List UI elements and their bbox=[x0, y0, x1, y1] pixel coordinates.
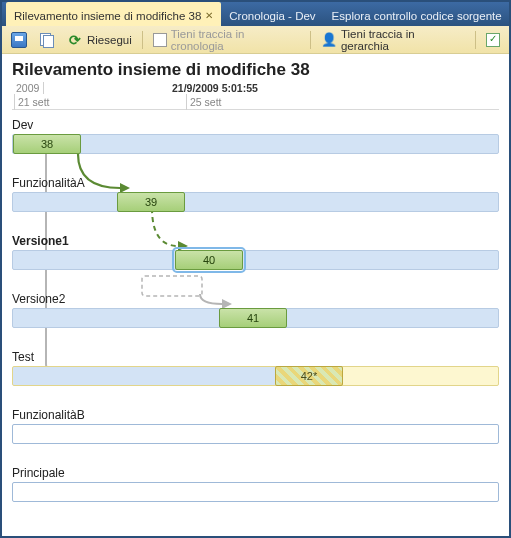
track-timeline-button: Tieni traccia in cronologia bbox=[148, 26, 305, 54]
branch-label: FunzionalitàB bbox=[12, 408, 499, 424]
timeline-tick: 21 sett bbox=[18, 96, 50, 108]
changeset-box[interactable]: 40 bbox=[175, 250, 243, 270]
timeline-datetime: 21/9/2009 5:01:55 bbox=[172, 82, 258, 94]
save-icon bbox=[11, 32, 27, 48]
branch-lane: 42* bbox=[12, 366, 499, 386]
copy-button[interactable] bbox=[34, 30, 60, 50]
branch-lane: 39 bbox=[12, 192, 499, 212]
changeset-box[interactable]: 38 bbox=[13, 134, 81, 154]
tab-label: Rilevamento insieme di modifiche 38 bbox=[14, 10, 201, 22]
options-button[interactable] bbox=[481, 31, 505, 49]
branch-row: FunzionalitàB bbox=[12, 408, 499, 452]
track-timeline-label: Tieni traccia in cronologia bbox=[171, 28, 300, 52]
branch-label: Principale bbox=[12, 466, 499, 482]
tab-source-explorer[interactable]: Esplora controllo codice sorgente bbox=[324, 2, 510, 26]
tab-strip: Rilevamento insieme di modifiche 38 ✕ Cr… bbox=[2, 2, 509, 26]
toolbar-separator bbox=[310, 31, 311, 49]
tab-label: Cronologia - Dev bbox=[229, 10, 315, 22]
close-icon[interactable]: ✕ bbox=[205, 10, 213, 21]
timeline-icon bbox=[153, 33, 167, 47]
refresh-icon: ⟳ bbox=[67, 32, 83, 48]
branch-row: Versione140 bbox=[12, 234, 499, 278]
branch-lane: 38 bbox=[12, 134, 499, 154]
branch-row: Versione241 bbox=[12, 292, 499, 336]
branch-row: Test42* bbox=[12, 350, 499, 394]
toolbar-separator bbox=[142, 31, 143, 49]
branch-label: Dev bbox=[12, 118, 499, 134]
branch-label: Versione1 bbox=[12, 234, 499, 250]
timeline-tick: 25 sett bbox=[190, 96, 222, 108]
toolbar-separator bbox=[475, 31, 476, 49]
hierarchy-icon: 👤 bbox=[321, 32, 337, 48]
track-hierarchy-button[interactable]: 👤 Tieni traccia in gerarchia bbox=[316, 26, 470, 54]
timeline-header: 2009 21/9/2009 5:01:55 21 sett 25 sett bbox=[12, 82, 499, 110]
branch-visualization: Dev38FunzionalitàA39Versione140Versione2… bbox=[12, 114, 499, 534]
branch-row: Principale bbox=[12, 466, 499, 510]
tab-label: Esplora controllo codice sorgente bbox=[332, 10, 502, 22]
branch-lane bbox=[12, 482, 499, 502]
rerun-label: Riesegui bbox=[87, 34, 132, 46]
tab-history[interactable]: Cronologia - Dev bbox=[221, 2, 323, 26]
changeset-box[interactable]: 39 bbox=[117, 192, 185, 212]
changeset-box[interactable]: 41 bbox=[219, 308, 287, 328]
rerun-button[interactable]: ⟳ Riesegui bbox=[62, 30, 137, 50]
branch-row: Dev38 bbox=[12, 118, 499, 162]
changeset-box[interactable]: 42* bbox=[275, 366, 343, 386]
page-title: Rilevamento insieme di modifiche 38 bbox=[2, 54, 509, 82]
branch-lane: 40 bbox=[12, 250, 499, 270]
branch-label: Versione2 bbox=[12, 292, 499, 308]
branch-lane bbox=[12, 424, 499, 444]
branch-label: Test bbox=[12, 350, 499, 366]
save-button[interactable] bbox=[6, 30, 32, 50]
branch-label: FunzionalitàA bbox=[12, 176, 499, 192]
timeline-year: 2009 bbox=[12, 82, 44, 94]
track-hierarchy-label: Tieni traccia in gerarchia bbox=[341, 28, 465, 52]
toolbar: ⟳ Riesegui Tieni traccia in cronologia 👤… bbox=[2, 26, 509, 54]
checklist-icon bbox=[486, 33, 500, 47]
branch-lane: 41 bbox=[12, 308, 499, 328]
branch-row: FunzionalitàA39 bbox=[12, 176, 499, 220]
tab-tracking[interactable]: Rilevamento insieme di modifiche 38 ✕ bbox=[6, 2, 221, 26]
copy-icon bbox=[39, 32, 55, 48]
